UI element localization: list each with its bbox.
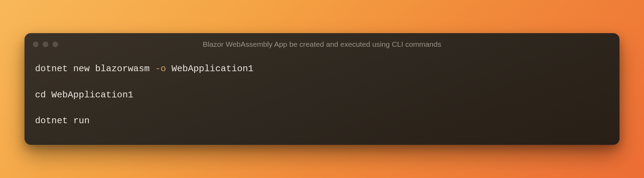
blank-line (35, 75, 609, 89)
window-title: Blazor WebAssembly App be created and ex… (33, 40, 611, 49)
close-icon[interactable] (33, 42, 38, 47)
command-text: dotnet new blazorwasm (35, 64, 155, 74)
title-bar: Blazor WebAssembly App be created and ex… (24, 33, 620, 52)
code-line-1: dotnet new blazorwasm -o WebApplication1 (35, 62, 609, 75)
command-arg: WebApplication1 (166, 64, 253, 74)
code-line-2: cd WebApplication1 (35, 89, 609, 101)
traffic-lights (33, 42, 58, 47)
blank-line (35, 101, 609, 114)
terminal-body: dotnet new blazorwasm -o WebApplication1… (24, 52, 620, 144)
terminal-window: Blazor WebAssembly App be created and ex… (24, 33, 620, 144)
command-flag: -o (155, 64, 166, 74)
maximize-icon[interactable] (52, 42, 58, 47)
code-line-3: dotnet run (35, 114, 609, 127)
minimize-icon[interactable] (43, 42, 48, 47)
